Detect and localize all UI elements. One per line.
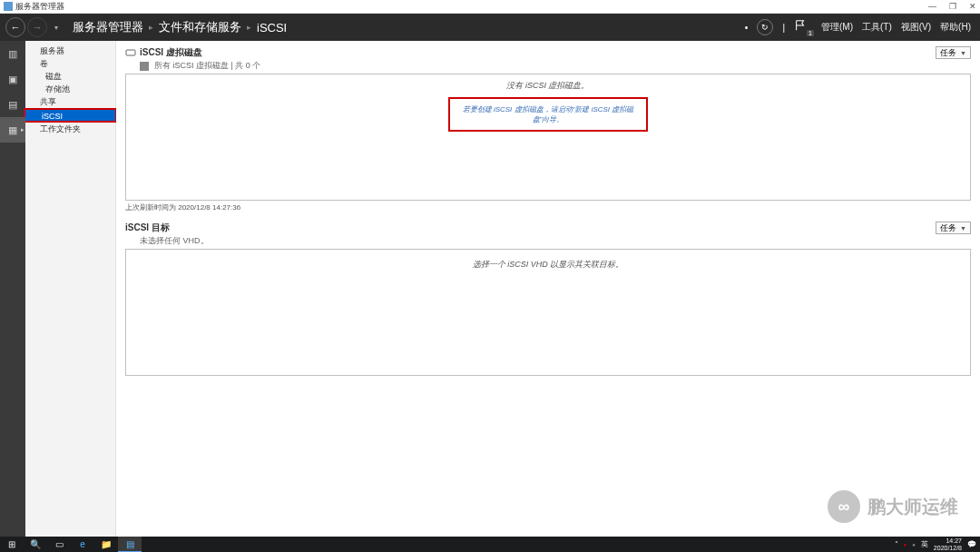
maximize-button[interactable]: ❐ (949, 2, 956, 11)
navbar: ← → ▾ 服务器管理器 ▸ 文件和存储服务 ▸ iSCSI • ↻ | 1 管… (0, 14, 980, 41)
tray-clock[interactable]: 14:27 2020/12/8 (934, 537, 962, 552)
panel-iscsi-targets: iSCSI 目标 任务 ▼ 未选择任何 VHD。 选择一个 iSCSI VHD … (125, 222, 971, 376)
refresh-button[interactable]: ↻ (757, 19, 773, 35)
close-button[interactable]: ✕ (969, 2, 976, 11)
taskbar-ie[interactable]: e (71, 537, 94, 552)
panel-body: 选择一个 iSCSI VHD 以显示其关联目标。 (125, 249, 971, 376)
sidebar-item-storage-pools[interactable]: 存储池 (25, 83, 115, 95)
taskbar-search[interactable]: 🔍 (24, 537, 47, 552)
menu-manage[interactable]: 管理(M) (821, 21, 853, 34)
nav-forward-button[interactable]: → (27, 17, 47, 37)
menu-tools[interactable]: 工具(T) (862, 21, 892, 34)
sidebar-item-shares[interactable]: 共享 (25, 95, 115, 108)
app-icon (4, 2, 13, 11)
sidebar-item-iscsi[interactable]: iSCSI (24, 108, 117, 123)
panel-iscsi-vdisks: iSCSI 虚拟磁盘 任务 ▼ 所有 iSCSI 虚拟磁盘 | 共 0 个 没有… (125, 46, 971, 214)
rail-arrow-icon: ▸ (21, 126, 24, 133)
sidebar-item-workfolders[interactable]: 工作文件夹 (25, 123, 115, 135)
empty-message: 选择一个 iSCSI VHD 以显示其关联目标。 (473, 259, 624, 271)
nav-pipe: | (782, 23, 785, 33)
breadcrumb-item[interactable]: 服务器管理器 (73, 19, 143, 35)
content-area: iSCSI 虚拟磁盘 任务 ▼ 所有 iSCSI 虚拟磁盘 | 共 0 个 没有… (116, 41, 980, 537)
tasks-dropdown[interactable]: 任务 ▼ (936, 222, 971, 234)
panel-footer-note: 上次刷新时间为 2020/12/8 14:27:36 (125, 201, 971, 214)
tray-up-icon[interactable]: ˄ (895, 540, 898, 548)
panel-subtitle: 所有 iSCSI 虚拟磁盘 | 共 0 个 (154, 60, 260, 72)
tray-dot[interactable]: ● (904, 542, 907, 547)
rail-dashboard[interactable]: ▥ (0, 41, 25, 66)
nav-dropdown[interactable]: ▾ (49, 17, 64, 37)
chevron-down-icon: ▼ (960, 225, 966, 232)
sidebar-item-disks[interactable]: 磁盘 (25, 70, 115, 83)
category-sidebar: 服务器 卷 磁盘 存储池 共享 iSCSI 工作文件夹 (25, 41, 116, 537)
panel-subtitle: 未选择任何 VHD。 (140, 235, 209, 247)
taskbar-explorer[interactable]: 📁 (94, 537, 118, 552)
breadcrumb-sep: ▸ (247, 23, 251, 32)
rail-file-storage[interactable]: ▦ ▸ (0, 117, 25, 143)
rail-all[interactable]: ▤ (0, 92, 25, 117)
hint-link[interactable]: 若要创建 iSCSI 虚拟磁盘，请启动"新建 iSCSI 虚拟磁盘"向导。 (448, 97, 648, 132)
tasks-dropdown[interactable]: 任务 ▼ (936, 46, 971, 59)
bullet-icon: • (745, 23, 749, 33)
svg-rect-0 (126, 50, 135, 55)
taskbar: ⊞ 🔍 ▭ e 📁 ▤ ˄ ● ● 英 14:27 2020/12/8 💬 (0, 537, 980, 552)
menu-help[interactable]: 帮助(H) (940, 21, 971, 34)
system-tray: ˄ ● ● 英 14:27 2020/12/8 💬 (895, 537, 980, 552)
window-titlebar: 服务器管理器 — ❐ ✕ (0, 0, 980, 14)
start-button[interactable]: ⊞ (0, 537, 24, 552)
window-title: 服务器管理器 (15, 1, 928, 13)
panel-body: 没有 iSCSI 虚拟磁盘。 若要创建 iSCSI 虚拟磁盘，请启动"新建 iS… (125, 74, 971, 201)
panel-title: iSCSI 虚拟磁盘 (140, 46, 202, 59)
breadcrumb-item[interactable]: iSCSI (257, 21, 287, 34)
sidebar-item-volumes[interactable]: 卷 (25, 57, 115, 70)
panel-icon (125, 47, 136, 58)
notification-flag[interactable]: 1 (794, 19, 812, 35)
tray-dot[interactable]: ● (912, 542, 916, 547)
rail-local[interactable]: ▣ (0, 66, 25, 92)
panel-sub-icon (140, 62, 149, 71)
panel-title: iSCSI 目标 (125, 222, 170, 234)
breadcrumb-sep: ▸ (149, 23, 153, 32)
minimize-button[interactable]: — (928, 2, 936, 11)
tray-notification-icon[interactable]: 💬 (967, 540, 976, 548)
tray-ime[interactable]: 英 (921, 539, 928, 549)
taskbar-servermgr[interactable]: ▤ (118, 537, 142, 552)
breadcrumb: 服务器管理器 ▸ 文件和存储服务 ▸ iSCSI (73, 19, 745, 35)
menu-view[interactable]: 视图(V) (901, 21, 931, 34)
nav-back-button[interactable]: ← (5, 17, 25, 37)
empty-message: 没有 iSCSI 虚拟磁盘。 (506, 80, 589, 92)
chevron-down-icon: ▼ (960, 50, 966, 56)
rail-sidebar: ▥ ▣ ▤ ▦ ▸ (0, 41, 25, 537)
taskbar-taskview[interactable]: ▭ (47, 537, 71, 552)
sidebar-item-servers[interactable]: 服务器 (25, 44, 115, 57)
breadcrumb-item[interactable]: 文件和存储服务 (159, 19, 241, 35)
